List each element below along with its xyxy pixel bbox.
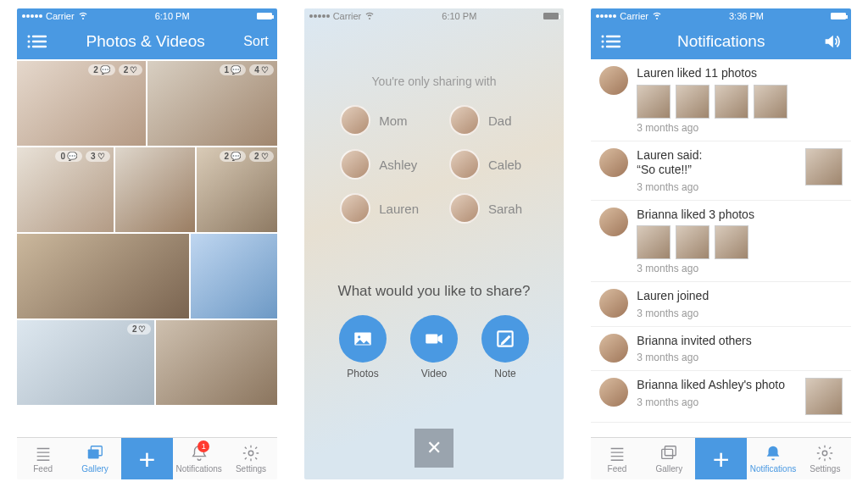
video-icon: [410, 315, 458, 363]
tab-gallery[interactable]: Gallery: [69, 438, 120, 479]
statusbar: Carrier 3:36 PM: [591, 8, 851, 24]
navbar: Photos & Videos Sort: [17, 24, 277, 59]
screen-share: Carrier 6:10 PM You're only sharing with…: [304, 8, 565, 479]
tab-label: Notifications: [750, 464, 796, 474]
tab-add[interactable]: +: [695, 438, 747, 479]
person-ashley[interactable]: Ashley: [340, 149, 419, 180]
svg-point-21: [602, 46, 604, 48]
notification-item[interactable]: Brianna invited others3 months ago: [591, 327, 851, 372]
page-title: Notifications: [677, 32, 765, 51]
thumbnail[interactable]: [637, 85, 670, 119]
screen-notifications: Carrier 3:36 PM Notifications Lauren lik…: [591, 8, 851, 479]
menu-icon[interactable]: [25, 32, 47, 51]
svg-point-0: [28, 36, 31, 38]
notification-meta: 3 months ago: [637, 181, 797, 193]
notification-title: Brianna invited others: [637, 334, 843, 349]
tab-notifications[interactable]: Notifications: [747, 438, 798, 479]
thumbnail[interactable]: [715, 225, 748, 259]
notification-item[interactable]: Brianna liked 3 photos3 months ago: [591, 201, 851, 283]
comment-badge: 2💬: [88, 64, 115, 75]
tab-settings[interactable]: Settings: [225, 438, 276, 479]
share-actions: Photos Video Note: [339, 315, 529, 379]
notification-title: Lauren said: “So cute!!”: [637, 148, 797, 178]
notification-title: Lauren joined: [637, 289, 843, 304]
close-button[interactable]: ✕: [415, 429, 453, 468]
tabbar: Feed Gallery + Notifications Settings: [591, 437, 851, 479]
gallery-content: 2💬 2♡ 1💬 4♡ 0💬 3♡: [17, 59, 277, 437]
notification-meta: 3 months ago: [637, 352, 843, 363]
tab-feed[interactable]: Feed: [591, 438, 643, 479]
menu-icon[interactable]: [599, 32, 621, 51]
tab-label: Settings: [236, 464, 266, 474]
avatar: [449, 193, 480, 224]
thumbnail[interactable]: [676, 225, 709, 259]
tab-add[interactable]: +: [121, 438, 173, 479]
statusbar: Carrier 6:10 PM: [304, 8, 565, 24]
plus-icon: +: [138, 445, 155, 474]
share-photos-button[interactable]: Photos: [339, 315, 387, 379]
share-panel: You're only sharing with Mom Dad Ashley …: [304, 24, 565, 479]
signal-icon: [22, 14, 42, 18]
photos-icon: [339, 315, 387, 363]
action-label: Photos: [347, 368, 378, 379]
carrier-label: Carrier: [333, 11, 362, 21]
close-icon: ✕: [426, 437, 442, 459]
clock: 6:10 PM: [442, 11, 476, 21]
photo-cell[interactable]: 1💬 4♡: [147, 61, 276, 146]
tab-notifications[interactable]: 1 Notifications: [173, 438, 225, 479]
notification-meta: 3 months ago: [637, 122, 843, 134]
svg-rect-10: [88, 449, 99, 458]
share-video-button[interactable]: Video: [410, 315, 458, 379]
person-dad[interactable]: Dad: [449, 105, 528, 136]
thumbnail-row: [637, 85, 843, 119]
avatar: [599, 378, 628, 407]
svg-point-17: [602, 36, 604, 38]
thumbnail[interactable]: [805, 148, 843, 186]
tab-feed[interactable]: Feed: [17, 438, 69, 479]
thumbnail[interactable]: [715, 85, 748, 119]
photo-cell[interactable]: [191, 234, 277, 318]
photo-cell[interactable]: 2♡: [17, 320, 154, 405]
thumbnail[interactable]: [754, 85, 787, 119]
avatar: [340, 105, 370, 136]
like-badge: 3♡: [86, 151, 110, 162]
like-badge: 2♡: [127, 324, 152, 335]
share-prompt: What would you like to share?: [338, 283, 531, 300]
share-note-button[interactable]: Note: [481, 315, 529, 379]
svg-point-2: [28, 41, 31, 43]
tabbar: Feed Gallery + 1 Notifications Settings: [17, 437, 277, 479]
person-sarah[interactable]: Sarah: [449, 193, 528, 224]
carrier-label: Carrier: [620, 11, 648, 21]
thumbnail[interactable]: [805, 378, 843, 415]
notification-meta: 3 months ago: [637, 263, 843, 274]
photo-cell[interactable]: 0💬 3♡: [17, 147, 114, 232]
photo-cell[interactable]: 2💬 2♡: [17, 61, 146, 146]
screen-gallery: Carrier 6:10 PM Photos & Videos Sort: [17, 8, 277, 479]
svg-point-4: [28, 46, 31, 48]
thumbnail-row: [637, 225, 843, 259]
notification-item[interactable]: Lauren said: “So cute!!”3 months ago: [591, 141, 851, 201]
sort-button[interactable]: Sort: [243, 34, 268, 49]
photo-cell[interactable]: [156, 320, 276, 405]
notification-list[interactable]: Lauren liked 11 photos3 months agoLauren…: [591, 59, 851, 437]
notification-item[interactable]: Lauren joined3 months ago: [591, 282, 851, 327]
tab-settings[interactable]: Settings: [799, 438, 851, 479]
person-lauren[interactable]: Lauren: [340, 193, 419, 224]
person-mom[interactable]: Mom: [340, 105, 419, 136]
avatar: [599, 208, 628, 236]
signal-icon: [596, 14, 616, 18]
photo-cell[interactable]: [17, 234, 189, 318]
tab-gallery[interactable]: Gallery: [643, 438, 695, 479]
avatar: [599, 148, 628, 177]
avatar: [599, 334, 628, 363]
photo-cell[interactable]: [115, 147, 196, 232]
notification-item[interactable]: Lauren liked 11 photos3 months ago: [591, 59, 851, 141]
person-caleb[interactable]: Caleb: [449, 149, 528, 180]
thumbnail[interactable]: [637, 225, 670, 259]
sound-icon[interactable]: [821, 32, 843, 51]
thumbnail[interactable]: [676, 85, 709, 119]
battery-icon: [831, 13, 846, 19]
photo-cell[interactable]: 2💬 2♡: [197, 147, 277, 232]
notification-item[interactable]: Brianna liked Ashley's photo3 months ago: [591, 371, 851, 423]
svg-rect-27: [662, 449, 673, 458]
